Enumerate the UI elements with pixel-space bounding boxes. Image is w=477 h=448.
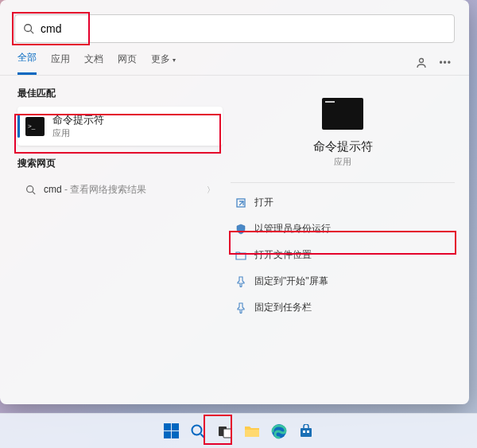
store-button[interactable]	[296, 421, 316, 442]
svg-rect-15	[307, 430, 309, 433]
svg-line-6	[239, 201, 243, 205]
task-view-icon	[218, 424, 232, 438]
action-list: 打开 以管理员身份运行 打开文件位置 固定到"开始"屏幕 固定到任务栏	[231, 189, 455, 321]
web-results-label: 搜索网页	[17, 157, 223, 170]
action-pin-taskbar[interactable]: 固定到任务栏	[231, 294, 455, 321]
search-bar[interactable]	[14, 14, 455, 43]
results-area: 最佳匹配 >_ 命令提示符 应用 搜索网页 cmd - 查看网络搜索结果 〉 命…	[0, 76, 469, 404]
folder-icon	[235, 250, 246, 261]
action-pin-start[interactable]: 固定到"开始"屏幕	[231, 268, 455, 294]
taskbar	[0, 413, 477, 448]
tabs: 全部 应用 文档 网页 更多 ▾ •••	[0, 43, 469, 76]
svg-line-1	[31, 31, 34, 34]
best-match-label: 最佳匹配	[17, 87, 223, 100]
search-icon	[25, 185, 36, 195]
search-input[interactable]	[41, 22, 446, 35]
file-explorer-button[interactable]	[242, 421, 262, 442]
svg-point-7	[192, 425, 202, 434]
cmd-large-icon	[322, 98, 363, 130]
svg-point-0	[25, 25, 32, 32]
admin-shield-icon	[235, 224, 246, 235]
action-open[interactable]: 打开	[231, 189, 455, 216]
tab-all[interactable]: 全部	[17, 51, 37, 75]
tab-docs[interactable]: 文档	[84, 53, 103, 74]
svg-line-4	[33, 192, 35, 194]
detail-title: 命令提示符	[313, 139, 373, 154]
search-window: 全部 应用 文档 网页 更多 ▾ ••• 最佳匹配 >_ 命令提示符 应用 搜索…	[0, 0, 469, 404]
tab-more[interactable]: 更多 ▾	[151, 53, 176, 74]
detail-pane: 命令提示符 应用 打开 以管理员身份运行 打开文件位置 固定到"开	[223, 76, 469, 404]
cmd-icon: >_	[25, 117, 45, 136]
results-list: 最佳匹配 >_ 命令提示符 应用 搜索网页 cmd - 查看网络搜索结果 〉	[0, 76, 223, 404]
svg-line-8	[201, 434, 205, 438]
more-icon[interactable]: •••	[439, 57, 452, 68]
search-icon	[190, 423, 206, 439]
taskbar-search-button[interactable]	[188, 421, 208, 442]
account-icon[interactable]	[415, 56, 428, 69]
folder-icon	[244, 424, 260, 438]
action-open-location[interactable]: 打开文件位置	[231, 242, 455, 268]
svg-point-3	[27, 186, 33, 193]
result-title: 命令提示符	[52, 113, 104, 127]
tab-apps[interactable]: 应用	[51, 53, 70, 74]
pin-icon	[235, 302, 246, 314]
edge-icon	[271, 423, 287, 439]
detail-subtitle: 应用	[334, 156, 351, 168]
chevron-right-icon: 〉	[207, 185, 215, 196]
start-button[interactable]	[161, 421, 181, 442]
search-icon	[23, 23, 34, 34]
open-icon	[235, 197, 246, 208]
pin-icon	[235, 276, 246, 287]
svg-rect-14	[303, 430, 305, 433]
task-view-button[interactable]	[215, 421, 235, 442]
best-match-result[interactable]: >_ 命令提示符 应用	[17, 107, 223, 146]
action-run-as-admin[interactable]: 以管理员身份运行	[231, 216, 455, 242]
web-search-result[interactable]: cmd - 查看网络搜索结果 〉	[17, 177, 223, 203]
windows-logo-icon	[164, 423, 179, 438]
divider	[231, 182, 455, 183]
store-icon	[299, 424, 313, 438]
svg-rect-13	[301, 428, 312, 437]
svg-point-2	[420, 59, 424, 63]
edge-button[interactable]	[269, 421, 289, 442]
result-subtitle: 应用	[52, 127, 104, 139]
tab-web[interactable]: 网页	[118, 53, 137, 74]
svg-rect-11	[245, 430, 259, 437]
svg-rect-10	[223, 429, 231, 438]
